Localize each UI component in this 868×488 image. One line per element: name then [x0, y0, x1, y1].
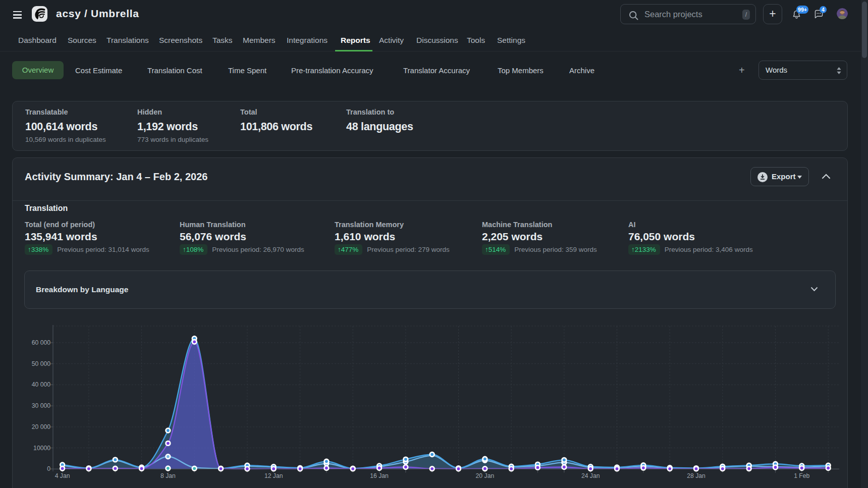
svg-text:50 000: 50 000 [32, 360, 50, 367]
svg-text:60 000: 60 000 [32, 339, 50, 346]
svg-text:10000: 10000 [33, 445, 50, 452]
svg-text:20 000: 20 000 [32, 423, 50, 430]
svg-text:16 Jan: 16 Jan [370, 472, 389, 479]
svg-text:8 Jan: 8 Jan [160, 472, 176, 479]
svg-text:4 Jan: 4 Jan [55, 472, 70, 479]
svg-text:30 000: 30 000 [32, 402, 50, 409]
svg-text:24 Jan: 24 Jan [581, 472, 600, 479]
svg-text:40 000: 40 000 [32, 381, 50, 388]
svg-text:28 Jan: 28 Jan [687, 472, 706, 479]
svg-text:12 Jan: 12 Jan [264, 472, 283, 479]
svg-text:1 Feb: 1 Feb [794, 472, 809, 479]
svg-text:20 Jan: 20 Jan [476, 472, 495, 479]
svg-text:0: 0 [47, 465, 50, 472]
